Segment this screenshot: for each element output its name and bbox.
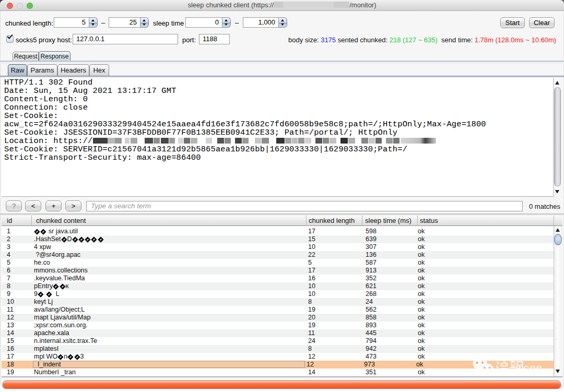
svg-text:sec: sec <box>523 362 542 375</box>
